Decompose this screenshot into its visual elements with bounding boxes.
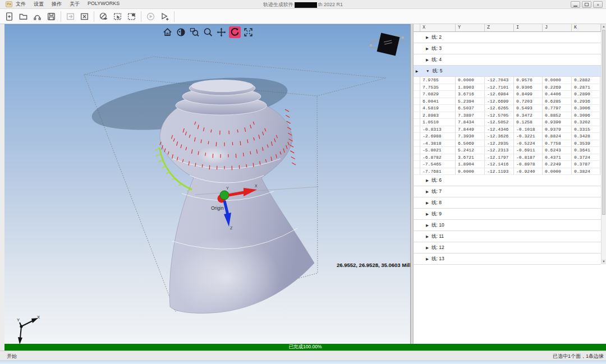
column-header-k[interactable]: K	[572, 24, 601, 31]
expand-icon[interactable]: ▶	[426, 190, 429, 194]
data-row[interactable]: 6.00415.2394-12.66990.72030.62850.2936	[414, 98, 601, 105]
column-header-z[interactable]: Z	[485, 24, 514, 31]
group-row-5[interactable]: ▶线: 7	[414, 186, 601, 197]
path-probe-button[interactable]	[30, 10, 44, 23]
menu-item-4[interactable]: POLYWORKS	[88, 1, 120, 8]
data-row[interactable]: 7.75351.8903-12.71010.93060.22690.2871	[414, 84, 601, 91]
table-scrollbar[interactable]: ▲ ▼	[601, 24, 606, 264]
data-row[interactable]: -4.38186.5069-12.2935-0.52240.77580.3539	[414, 140, 601, 148]
data-cell: -7.7681	[420, 168, 456, 176]
origin-z-label: Z	[230, 226, 233, 230]
save-button[interactable]	[44, 10, 58, 23]
expand-icon[interactable]: ▶	[426, 223, 429, 228]
nav-zoom-button[interactable]	[202, 26, 214, 38]
expand-icon[interactable]: ▶	[426, 58, 429, 62]
data-cell: -12.5052	[485, 119, 514, 126]
data-row[interactable]: -2.69887.3930-12.3626-0.32210.88240.3428	[414, 133, 601, 140]
data-cell: 0.2871	[572, 84, 600, 91]
group-row-7[interactable]: ▶线: 9	[414, 209, 601, 220]
data-row[interactable]: -0.83137.8449-12.4346-0.10180.93790.3315	[414, 126, 601, 133]
group-row-4[interactable]: ▶线: 6	[414, 175, 601, 186]
select-box-button[interactable]	[125, 10, 139, 23]
data-cell: 1.8903	[456, 84, 485, 91]
data-cell: -12.6984	[485, 91, 514, 98]
data-row[interactable]: 7.97650.0000-12.70430.95760.00000.2882	[414, 77, 601, 84]
column-header-x[interactable]: X	[420, 24, 456, 31]
minimize-button[interactable]	[571, 1, 580, 8]
expand-icon[interactable]: ▶	[426, 212, 429, 216]
group-label: 线: 9	[431, 211, 442, 218]
expand-icon[interactable]: ▶	[426, 47, 429, 51]
new-file-button[interactable]	[2, 10, 16, 23]
data-cell: -5.8021	[420, 147, 456, 154]
column-header-gutter[interactable]	[414, 24, 420, 31]
select-arrow-button[interactable]	[111, 10, 125, 23]
group-row-0[interactable]: ▶线: 2	[414, 32, 601, 43]
data-cell: -12.7043	[485, 77, 514, 84]
group-row-3[interactable]: ▶▼线: 5	[414, 66, 601, 77]
close-button[interactable]: ×	[593, 1, 603, 8]
group-row-10[interactable]: ▶线: 12	[414, 242, 601, 254]
data-row[interactable]: 1.05107.8434-12.50520.12580.93900.3202	[414, 119, 601, 126]
restore-button[interactable]	[582, 1, 591, 8]
row-gutter-cell	[414, 140, 420, 148]
data-cell: 0.3096	[572, 112, 600, 119]
menu-item-2[interactable]: 操作	[52, 1, 62, 8]
delete-button[interactable]	[77, 10, 91, 23]
expand-icon[interactable]: ▶	[426, 257, 429, 261]
nozzle-model[interactable]	[160, 80, 314, 320]
data-cell: -0.8313	[420, 126, 456, 133]
group-row-8[interactable]: ▶线: 10	[414, 220, 601, 231]
column-header-y[interactable]: Y	[456, 24, 485, 31]
expand-icon[interactable]: ▶	[426, 178, 429, 183]
nav-pan-button[interactable]	[215, 26, 227, 38]
data-row[interactable]: -7.76810.0000-12.1193-0.92400.00000.3824	[414, 168, 601, 176]
data-cell: -0.5224	[514, 140, 543, 148]
row-gutter-cell	[414, 105, 420, 112]
nav-home-button[interactable]	[162, 26, 173, 38]
3d-viewport[interactable]: Y X Z Origin	[4, 24, 410, 344]
expand-icon[interactable]: ▶	[426, 234, 429, 239]
data-row[interactable]: 4.58196.5037-12.62650.54930.77970.3006	[414, 105, 601, 112]
expand-icon[interactable]: ▶	[426, 246, 429, 250]
group-row-9[interactable]: ▶线: 11	[414, 231, 601, 242]
scroll-down-arrow[interactable]: ▼	[602, 259, 606, 264]
menu-item-3[interactable]: 关于	[70, 1, 80, 8]
nav-rotate-button[interactable]	[229, 26, 241, 38]
column-header-j[interactable]: J	[543, 24, 572, 31]
data-cell: 0.0000	[543, 77, 572, 84]
group-row-1[interactable]: ▶线: 3	[414, 43, 601, 54]
collapse-icon[interactable]: ▼	[426, 69, 429, 73]
table-header: XYZIJK	[414, 24, 606, 32]
toolbar-separator	[61, 11, 61, 22]
data-row[interactable]: -7.54651.8904-12.1416-0.89780.22490.3787	[414, 161, 601, 168]
data-cell: 6.5069	[456, 140, 485, 148]
run-add-button[interactable]	[158, 10, 172, 23]
data-row[interactable]: 7.08293.6716-12.69840.84990.44060.2890	[414, 91, 601, 98]
data-cell: 0.8852	[543, 112, 572, 119]
view-visibility-button[interactable]	[97, 10, 111, 23]
column-header-i[interactable]: I	[514, 24, 543, 31]
group-row-11[interactable]: ▶线: 13	[414, 254, 601, 265]
app-icon[interactable]: Pa	[6, 1, 12, 7]
menu-item-0[interactable]: 文件	[16, 1, 26, 8]
expand-icon[interactable]: ▶	[426, 201, 429, 205]
group-label: 线: 13	[431, 256, 444, 262]
group-row-2[interactable]: ▶线: 4	[414, 54, 601, 66]
data-cell: 1.8904	[456, 161, 485, 168]
nav-orbit-view-button[interactable]	[175, 26, 187, 38]
data-cell: 0.9390	[543, 119, 572, 126]
scroll-up-arrow[interactable]: ▲	[602, 24, 606, 29]
data-row[interactable]: -6.87823.6721-12.1797-0.81870.43710.3724	[414, 154, 601, 162]
nav-zoom-window-button[interactable]	[189, 26, 200, 38]
open-folder-button[interactable]	[16, 10, 30, 23]
expand-icon[interactable]: ▶	[426, 35, 429, 40]
nav-fit-view-button[interactable]	[242, 26, 254, 38]
data-row[interactable]: -5.80215.2412-12.2313-0.69110.62430.3641	[414, 147, 601, 154]
data-cell: 0.3724	[572, 154, 600, 162]
data-row[interactable]: 2.89837.3897-12.57050.34720.88520.3096	[414, 112, 601, 119]
group-row-6[interactable]: ▶线: 8	[414, 197, 601, 209]
data-cell: 2.8983	[420, 112, 456, 119]
menu-item-1[interactable]: 设置	[34, 1, 44, 8]
scroll-thumb[interactable]	[602, 30, 605, 215]
